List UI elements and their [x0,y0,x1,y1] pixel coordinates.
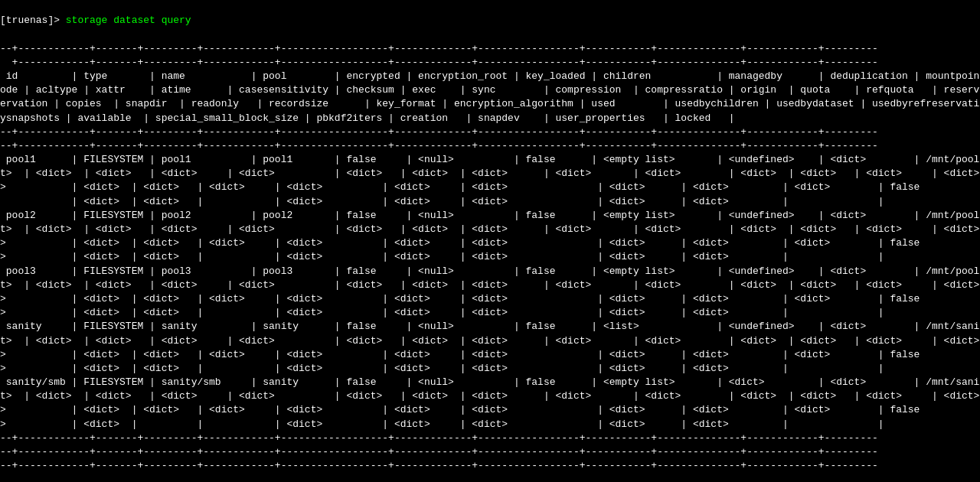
terminal-line: t> | <dict> | <dict> | <dict> | <dict> |… [0,223,980,236]
terminal-line: t> | <dict> | <dict> | <dict> | <dict> |… [0,167,980,181]
terminal-line: t> | <dict> | <dict> | <dict> | <dict> |… [0,389,980,403]
terminal-line: sanity/smb | FILESYSTEM | sanity/smb | s… [0,376,980,389]
prompt-line: [truenas]> storage dataset query [0,14,980,28]
terminal-line: | <dict> | <dict> | | <dict> | <dict> | … [0,195,980,209]
terminal-line: --+------------+-------+---------+------… [0,42,980,56]
terminal-line: > | <dict> | <dict> | <dict> | <dict> | … [0,236,980,250]
terminal-line: > | <dict> | <dict> | <dict> | <dict> | … [0,292,980,306]
terminal-line: pool1 | FILESYSTEM | pool1 | pool1 | fal… [0,153,980,167]
terminal-line: > | <dict> | <dict> | <dict> | <dict> | … [0,181,980,194]
terminal-line: pool2 | FILESYSTEM | pool2 | pool2 | fal… [0,209,980,223]
terminal-line: ysnapshots | available | special_small_b… [0,112,980,125]
terminal-line: > | <dict> | | | <dict> | <dict> | <dict… [0,418,980,432]
terminal-line: > | <dict> | <dict> | | <dict> | <dict> … [0,306,980,320]
terminal-line: --+------------+-------+---------+------… [0,459,980,473]
terminal-line: > | <dict> | <dict> | <dict> | <dict> | … [0,348,980,362]
terminal-line: t> | <dict> | <dict> | <dict> | <dict> |… [0,334,980,348]
terminal-line: ervation | copies | snapdir | readonly |… [0,97,980,111]
terminal-line: id | type | name | pool | encrypted | en… [0,70,980,83]
terminal-line: --+------------+-------+---------+------… [0,139,980,153]
terminal-line: t> | <dict> | <dict> | <dict> | <dict> |… [0,278,980,292]
terminal-line: > | <dict> | <dict> | <dict> | <dict> | … [0,403,980,417]
terminal-line: --+------------+-------+---------+------… [0,445,980,459]
terminal-line: pool3 | FILESYSTEM | pool3 | pool3 | fal… [0,265,980,278]
terminal-line: sanity | FILESYSTEM | sanity | sanity | … [0,320,980,334]
terminal-line: > | <dict> | <dict> | | <dict> | <dict> … [0,362,980,376]
terminal-line: > | <dict> | <dict> | | <dict> | <dict> … [0,250,980,264]
terminal-line: --+------------+-------+---------+------… [0,432,980,445]
terminal-output: --+------------+-------+---------+------… [0,42,980,474]
terminal-line: +------------+-------+---------+--------… [0,56,980,70]
terminal-window: [truenas]> storage dataset query --+----… [0,0,980,482]
terminal-line: ode | acltype | xattr | atime | casesens… [0,83,980,97]
terminal-line: --+------------+-------+---------+------… [0,125,980,139]
